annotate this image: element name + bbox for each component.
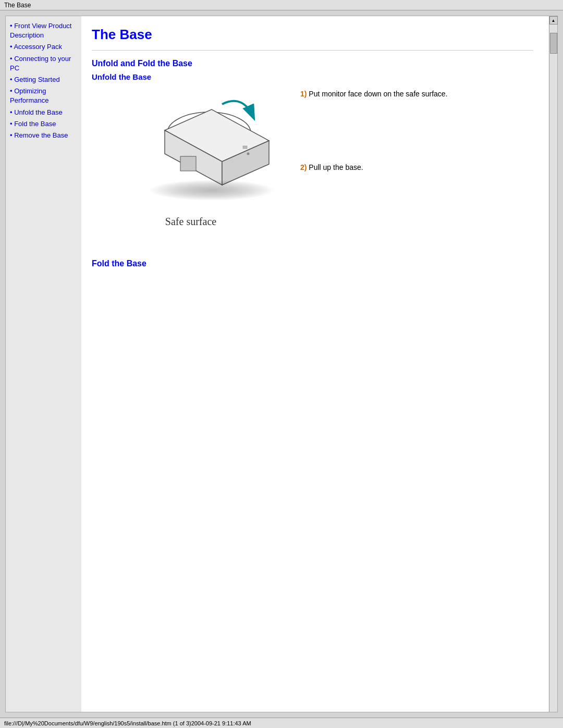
step-2-text: Pull up the base. — [309, 163, 363, 171]
status-bar-text: file:///D|/My%20Documents/dfu/W9/english… — [4, 720, 251, 726]
scrollbar-up-btn[interactable]: ▲ — [549, 16, 558, 24]
illustration-area: Safe surface — [92, 89, 290, 228]
page-title: The Base — [92, 27, 533, 43]
sidebar-item-unfold[interactable]: Unfold the Base — [10, 108, 77, 117]
svg-rect-10 — [180, 156, 196, 171]
section-heading: Unfold and Fold the Base — [92, 59, 533, 68]
page-frame: Front View Product Description Accessory… — [5, 16, 558, 712]
fold-heading: Fold the Base — [92, 259, 533, 268]
divider — [92, 50, 533, 51]
svg-point-13 — [149, 180, 274, 201]
step-1-num: 1) — [300, 90, 307, 98]
sidebar-item-fold[interactable]: Fold the Base — [10, 119, 77, 129]
content-area: The Base Unfold and Fold the Base Unfold… — [81, 16, 549, 712]
sidebar-item-optimizing[interactable]: Optimizing Performance — [10, 87, 77, 105]
scrollbar-thumb[interactable] — [550, 33, 557, 54]
svg-point-11 — [247, 153, 250, 155]
title-bar: The Base — [0, 0, 563, 10]
step-1-text: Put monitor face down on the safe surfac… — [309, 90, 447, 98]
step-1: 1) Put monitor face down on the safe sur… — [300, 89, 533, 100]
sub-heading: Unfold the Base — [92, 72, 533, 81]
sidebar-item-connecting[interactable]: Connecting to your PC — [10, 54, 77, 73]
main-layout: Front View Product Description Accessory… — [6, 16, 549, 712]
step-2-num: 2) — [300, 163, 307, 171]
sidebar: Front View Product Description Accessory… — [6, 16, 81, 712]
sidebar-item-accessory[interactable]: Accessory Pack — [10, 42, 77, 52]
safe-surface-label: Safe surface — [165, 216, 216, 228]
title-bar-text: The Base — [4, 2, 31, 9]
step-2: 2) Pull up the base. — [300, 162, 533, 173]
sidebar-item-remove[interactable]: Remove the Base — [10, 131, 77, 140]
unfold-step-area: Safe surface 1) Put monitor face down on… — [92, 89, 533, 228]
browser-content: Front View Product Description Accessory… — [0, 10, 563, 718]
status-bar: file:///D|/My%20Documents/dfu/W9/english… — [0, 718, 563, 728]
svg-rect-12 — [243, 146, 247, 149]
monitor-illustration — [107, 89, 274, 214]
steps-area: 1) Put monitor face down on the safe sur… — [290, 89, 533, 228]
scrollbar[interactable]: ▲ — [549, 16, 557, 712]
fold-section: Fold the Base — [92, 259, 533, 268]
sidebar-item-front-view[interactable]: Front View Product Description — [10, 21, 77, 40]
sidebar-item-getting-started[interactable]: Getting Started — [10, 75, 77, 84]
